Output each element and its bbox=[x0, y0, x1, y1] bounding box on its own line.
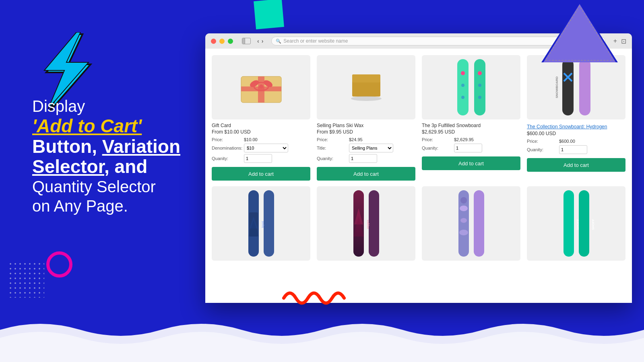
denom-row-gift-card: Denominations: $10 $25 $50 bbox=[212, 144, 310, 152]
price-row-ski-wax: Price: $24.95 bbox=[317, 137, 415, 142]
browser-close-button[interactable] bbox=[211, 39, 216, 44]
browser-forward-button[interactable]: › bbox=[262, 38, 264, 44]
price-row-snowboard-3p: Price: $2,629.95 bbox=[422, 137, 520, 142]
add-to-cart-button-snowboard-3p[interactable]: Add to cart bbox=[422, 156, 520, 170]
qty-label-snowboard-3p: Quanity: bbox=[422, 146, 454, 150]
add-to-cart-text: 'Add to Cart' bbox=[32, 115, 142, 136]
price-value-gift-card: $10.00 bbox=[244, 137, 258, 142]
browser-window: ‹ › 🔍 Search or enter website name + ⊡ bbox=[205, 33, 632, 303]
address-bar-text: Search or enter website name bbox=[283, 38, 348, 44]
teal-deco-top bbox=[249, 0, 289, 36]
svg-point-16 bbox=[351, 96, 382, 101]
product-name-gift-card: Gift Card bbox=[212, 123, 310, 128]
qty-row-ski-wax: Quanity: bbox=[317, 154, 415, 163]
product-grid-row2: liquid oxygen bbox=[212, 186, 625, 261]
price-value-snowboard-hydrogen: $600.00 bbox=[559, 139, 575, 144]
product-name-snowboard-hydrogen[interactable]: The Collection Snowboard: Hydrogen bbox=[527, 124, 607, 130]
price-row-gift-card: Price: $10.00 bbox=[212, 137, 310, 142]
svg-rect-29 bbox=[579, 59, 590, 115]
price-label-ski-wax: Price: bbox=[317, 137, 349, 142]
svg-point-13 bbox=[259, 84, 263, 88]
add-to-cart-highlight: 'Add to Cart' bbox=[32, 116, 213, 136]
left-panel: Display 'Add to Cart' Button, Variation … bbox=[32, 97, 213, 216]
browser-maximize-button[interactable] bbox=[228, 39, 233, 44]
svg-rect-17 bbox=[457, 59, 469, 115]
svg-rect-41 bbox=[353, 190, 364, 257]
variation-label: Variation bbox=[102, 136, 180, 157]
product-price-snowboard-3p: $2,629.95 USD bbox=[422, 129, 520, 135]
selector-text: Selector, and bbox=[32, 156, 213, 177]
product-image-oxygen: oxygen bbox=[317, 186, 415, 261]
add-to-cart-button-ski-wax[interactable]: Add to cart bbox=[317, 167, 415, 181]
price-label-snowboard-3p: Price: bbox=[422, 137, 454, 142]
dots-grid-deco bbox=[8, 261, 44, 298]
browser-minimize-button[interactable] bbox=[219, 39, 225, 44]
product-image-teal2: SHOFF SHOFF bbox=[527, 186, 625, 261]
product-image-gift-card bbox=[212, 55, 310, 119]
browser-nav-arrows: ‹ › bbox=[257, 38, 263, 44]
display-label: Display bbox=[32, 97, 213, 116]
product-image-ski-wax bbox=[317, 55, 415, 119]
title-select-ski-wax[interactable]: Selling Plans bbox=[349, 144, 393, 152]
quantity-text: Quantity Selector bbox=[32, 177, 213, 196]
svg-point-23 bbox=[478, 84, 481, 87]
svg-rect-31 bbox=[264, 190, 274, 257]
svg-text:SNOWBOARD: SNOWBOARD bbox=[555, 76, 559, 98]
svg-point-46 bbox=[459, 230, 468, 235]
add-to-cart-button-snowboard-hydrogen[interactable]: Add to cart bbox=[527, 158, 625, 172]
product-price-snowboard-hydrogen: $600.00 USD bbox=[527, 131, 625, 136]
title-row-ski-wax: Title: Selling Plans bbox=[317, 144, 415, 152]
price-label-snowboard-hydrogen: Price: bbox=[527, 139, 559, 144]
browser-back-button[interactable]: ‹ bbox=[257, 38, 259, 44]
svg-rect-21 bbox=[474, 59, 485, 115]
svg-rect-25 bbox=[562, 59, 574, 115]
denom-select-gift-card[interactable]: $10 $25 $50 bbox=[244, 144, 288, 152]
svg-text:SHOFF: SHOFF bbox=[591, 219, 595, 230]
selector-label: Selector bbox=[32, 156, 104, 177]
product-name-snowboard-3p: The 3p Fulfilled Snowboard bbox=[422, 123, 520, 128]
svg-rect-15 bbox=[352, 74, 380, 82]
search-icon: 🔍 bbox=[276, 39, 281, 44]
svg-text:liquid: liquid bbox=[261, 221, 264, 228]
qty-input-ski-wax[interactable] bbox=[349, 154, 377, 163]
svg-rect-43 bbox=[474, 190, 484, 257]
product-price-ski-wax: From $9.95 USD bbox=[317, 129, 415, 135]
svg-point-22 bbox=[478, 71, 482, 75]
on-any-page-text: on Any Page. bbox=[32, 196, 213, 216]
product-price-gift-card: From $10.00 USD bbox=[212, 129, 310, 135]
qty-input-snowboard-hydrogen[interactable] bbox=[559, 145, 587, 154]
product-grid: Gift Card From $10.00 USD Price: $10.00 … bbox=[212, 55, 625, 181]
price-value-snowboard-3p: $2,629.95 bbox=[454, 137, 474, 142]
browser-share-button[interactable]: ⊡ bbox=[621, 37, 626, 45]
svg-text:oxygen: oxygen bbox=[366, 220, 369, 229]
qty-input-snowboard-3p[interactable] bbox=[454, 144, 482, 152]
qty-label-gift-card: Quanity: bbox=[212, 156, 244, 161]
product-card-snowboard-3p: The 3p Fulfilled Snowboard $2,629.95 USD… bbox=[422, 55, 520, 181]
svg-marker-0 bbox=[254, 0, 284, 29]
and-text: , and bbox=[104, 156, 147, 177]
button-text: Button, Variation bbox=[32, 136, 213, 157]
browser-sidebar-toggle[interactable] bbox=[242, 38, 251, 44]
squiggle-deco bbox=[282, 284, 346, 310]
svg-text:SHOFF: SHOFF bbox=[576, 219, 580, 230]
add-to-cart-button-gift-card[interactable]: Add to cart bbox=[212, 167, 310, 181]
svg-point-18 bbox=[461, 71, 465, 75]
product-card-gift-card: Gift Card From $10.00 USD Price: $10.00 … bbox=[212, 55, 310, 181]
svg-rect-37 bbox=[369, 190, 379, 257]
qty-row-snowboard-hydrogen: Quanity: bbox=[527, 145, 625, 154]
product-image-liquid: liquid bbox=[212, 186, 310, 261]
product-image-purple-clouds bbox=[422, 186, 520, 261]
svg-rect-49 bbox=[579, 190, 589, 257]
waves-deco bbox=[0, 314, 644, 362]
qty-row-gift-card: Quanity: bbox=[212, 154, 310, 163]
qty-label-ski-wax: Quanity: bbox=[317, 156, 349, 161]
qty-input-gift-card[interactable] bbox=[244, 154, 272, 163]
svg-marker-3 bbox=[543, 4, 616, 62]
svg-point-20 bbox=[461, 96, 464, 99]
product-image-snowboard-3p bbox=[422, 55, 520, 119]
product-card-snowboard-hydrogen: SNOWBOARD The Collection Snowboard: Hydr… bbox=[527, 55, 625, 181]
svg-point-47 bbox=[460, 197, 467, 204]
product-card-purple-clouds bbox=[422, 186, 520, 261]
svg-point-24 bbox=[478, 96, 481, 99]
product-card-liquid: liquid bbox=[212, 186, 310, 261]
